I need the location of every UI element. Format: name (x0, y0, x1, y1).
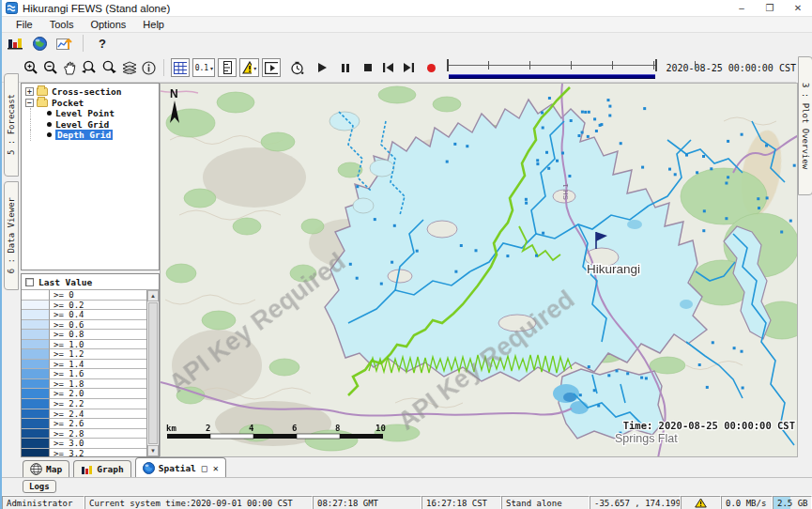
menu-options[interactable]: Options (82, 18, 134, 31)
record-button[interactable] (424, 58, 438, 77)
title-bar: Hikurangi FEWS (Stand alone) – ❐ ✕ (2, 0, 812, 17)
info-button[interactable] (141, 58, 157, 77)
node-bullet-icon (47, 111, 52, 116)
legend-row[interactable]: >= 1.8 (22, 379, 146, 390)
svg-text:6: 6 (292, 424, 297, 433)
status-system-time: Current system time:2020-09-01 00:00 CST (84, 496, 313, 509)
zoom-out-button[interactable] (42, 58, 59, 77)
grid-icon (174, 62, 187, 74)
map-display-button[interactable] (30, 34, 49, 53)
maximize-button[interactable]: ❐ (756, 0, 784, 16)
legend-row[interactable]: >= 1.6 (22, 369, 146, 379)
tab-data-viewer[interactable]: 6 : Data Viewer (4, 181, 19, 290)
skip-to-end-button[interactable] (402, 58, 416, 77)
tree-item-level-grid[interactable]: Level Grid (23, 119, 159, 131)
scroll-up-icon[interactable]: ▲ (147, 290, 159, 301)
status-gmt-time: 08:27:18 GMT (313, 496, 421, 509)
tree-item-pocket[interactable]: − Pocket (23, 98, 159, 109)
status-warning-cell[interactable] (681, 496, 721, 509)
legend-color-swatch (22, 301, 50, 311)
legend-entry-label: >= 2.0 (50, 389, 146, 399)
filter-tree: + Cross-section − Pocket Level Point Lev… (21, 83, 160, 270)
current-datetime-label: 2020-08-25 00:00:00 CST (666, 63, 795, 73)
chevron-down-icon: ▾ (253, 65, 256, 71)
expand-icon[interactable]: + (25, 87, 34, 96)
legend-row[interactable]: >= 0.6 (22, 320, 146, 331)
zoom-next-button[interactable] (100, 58, 118, 77)
layers-button[interactable] (121, 58, 138, 77)
legend-entry-label: >= 0.2 (50, 301, 146, 311)
scalebar-toggle-button[interactable] (218, 58, 237, 77)
legend-row[interactable]: >= 0.4 (22, 310, 146, 320)
time-slider-thumb[interactable] (447, 59, 449, 71)
spatial-map-view[interactable]: API Key Required API Key Required Hikura… (160, 83, 798, 457)
zoom-previous-button[interactable] (80, 58, 98, 77)
last-value-checkbox[interactable] (25, 278, 34, 286)
window-title: Hikurangi FEWS (Stand alone) (23, 3, 170, 14)
legend-color-swatch (22, 389, 50, 399)
legend-row[interactable]: >= 0.8 (22, 330, 146, 340)
legend-scrollbar[interactable]: ▲ ▼ (146, 290, 159, 456)
tree-item-depth-grid[interactable]: Depth Grid (23, 130, 159, 141)
tab-spatial[interactable]: Spatial □ ✕ (135, 457, 226, 477)
tab-plot-overview[interactable]: 3 : Plot Overview (798, 56, 812, 195)
menu-tools[interactable]: Tools (41, 18, 83, 31)
toolbar-separator (83, 35, 84, 52)
warning-triangle-icon (695, 498, 707, 508)
collapse-icon[interactable]: − (25, 99, 34, 107)
zoom-in-button[interactable] (23, 58, 39, 77)
legend-row[interactable]: >= 2.8 (22, 429, 146, 440)
legend-row[interactable]: >= 0 (22, 290, 146, 301)
stop-button[interactable] (360, 58, 375, 77)
tab-forecast[interactable]: 5 : Forecast (4, 73, 19, 177)
scroll-thumb[interactable] (148, 302, 158, 444)
legend-row[interactable]: >= 3.0 (22, 439, 146, 449)
legend-row[interactable]: >= 2.0 (22, 389, 146, 399)
minimize-button[interactable]: – (728, 0, 756, 16)
legend-row[interactable]: >= 1.0 (22, 340, 146, 350)
legend-row[interactable]: >= 2.2 (22, 399, 146, 409)
warning-triangle-icon (242, 61, 252, 74)
left-tab-strip: 5 : Forecast 6 : Data Viewer (4, 73, 21, 457)
help-button[interactable]: ? (93, 34, 112, 53)
time-slider[interactable] (447, 57, 658, 78)
tab-graph[interactable]: Graph (73, 460, 131, 477)
skip-to-start-button[interactable] (381, 58, 395, 77)
tree-item-cross-section[interactable]: + Cross-section (23, 86, 159, 98)
legend-row[interactable]: >= 0.2 (22, 301, 146, 311)
dock-close-icon[interactable]: ✕ (213, 463, 219, 473)
menu-help[interactable]: Help (134, 18, 173, 31)
legend-row[interactable]: >= 1.4 (22, 360, 146, 370)
animation-timer-button[interactable] (289, 58, 305, 77)
close-button[interactable]: ✕ (784, 0, 812, 16)
legend-row[interactable]: >= 2.4 (22, 409, 146, 420)
tree-item-level-point[interactable]: Level Point (23, 108, 159, 119)
pause-button[interactable] (338, 58, 352, 77)
animation-dialog-button[interactable] (262, 58, 281, 77)
legend-entry-label: >= 1.6 (50, 369, 146, 379)
legend-title: Last Value (38, 277, 92, 287)
legend-color-swatch (22, 290, 50, 301)
legend-row[interactable]: >= 3.2 (22, 449, 146, 456)
app-logo-icon (6, 2, 18, 14)
play-button[interactable] (315, 58, 329, 77)
logs-tab[interactable]: Logs (23, 480, 56, 493)
contour-threshold-value: 0.1 (195, 64, 208, 72)
play-icon (318, 63, 327, 72)
timeseries-dialog-button[interactable] (54, 34, 73, 53)
grid-display-button[interactable] (171, 58, 190, 77)
pan-button[interactable] (62, 58, 77, 77)
legend-entry-label: >= 2.8 (50, 429, 146, 440)
tab-map[interactable]: Map (23, 460, 69, 477)
scroll-down-icon[interactable]: ▼ (147, 445, 159, 456)
menu-file[interactable]: File (8, 18, 41, 31)
threshold-warning-dropdown[interactable]: ▾ (239, 58, 259, 77)
legend-row[interactable]: >= 2.6 (22, 419, 146, 429)
contour-threshold-dropdown[interactable]: 0.1 ▾ (192, 58, 215, 77)
time-slider-track (447, 65, 658, 66)
legend-row[interactable]: >= 1.2 (22, 349, 146, 360)
explorer-button[interactable] (6, 34, 24, 53)
legend-color-swatch (22, 399, 50, 409)
dock-maximize-icon[interactable]: □ (202, 463, 207, 473)
zoom-previous-icon (81, 60, 97, 75)
